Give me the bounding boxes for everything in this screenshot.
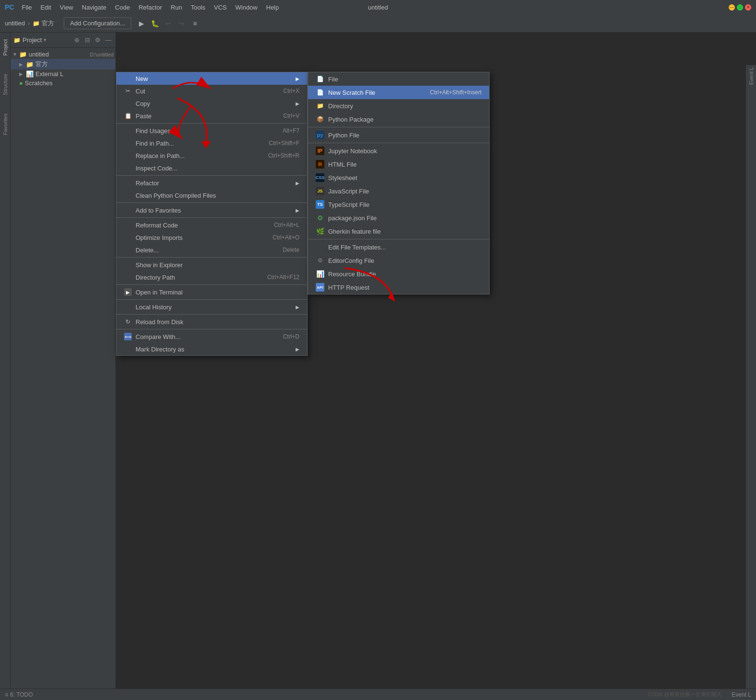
- tab-event-log[interactable]: Event L: [747, 65, 755, 87]
- menu-edit[interactable]: Edit: [36, 3, 55, 12]
- resource-icon: 📊: [316, 270, 324, 278]
- context-menu-item-find-usages[interactable]: Find Usages Alt+F7: [116, 124, 307, 137]
- submenu-item-file[interactable]: 📄 File: [308, 72, 489, 86]
- mark-dir-arrow-icon: ▶: [296, 347, 299, 352]
- build-icon[interactable]: ≡: [190, 18, 200, 29]
- menu-view[interactable]: View: [56, 3, 77, 12]
- find-path-icon: [124, 139, 132, 147]
- step-into-icon[interactable]: ↪: [176, 18, 187, 29]
- context-menu-item-clean-compiled[interactable]: Clean Python Compiled Files: [116, 189, 307, 202]
- separator-7: [116, 299, 307, 300]
- tab-structure[interactable]: Structure: [1, 72, 9, 97]
- submenu-item-gherkin[interactable]: 🌿 Gherkin feature file: [308, 225, 489, 238]
- submenu-item-resource-bundle[interactable]: 📊 Resource Bundle: [308, 267, 489, 281]
- submenu-item-packagejson[interactable]: ⚙ package.json File: [308, 211, 489, 225]
- context-menu-item-show-explorer[interactable]: Show in Explorer: [116, 259, 307, 271]
- context-menu-item-paste[interactable]: 📋 Paste Ctrl+V: [116, 110, 307, 122]
- refactor-icon: [124, 179, 132, 187]
- gherkin-icon: 🌿: [316, 227, 324, 236]
- tab-favorites[interactable]: Favorites: [1, 112, 9, 137]
- reload-icon: ↻: [124, 318, 132, 326]
- context-menu-item-reload[interactable]: ↻ Reload from Disk: [116, 316, 307, 328]
- delete-shortcut: Delete: [283, 247, 299, 253]
- context-menu-item-refactor[interactable]: Refactor ▶: [116, 177, 307, 189]
- optimize-label: Optimize Imports: [136, 234, 269, 241]
- submenu-item-edit-templates[interactable]: Edit File Templates...: [308, 240, 489, 254]
- find-usages-shortcut: Alt+F7: [283, 127, 299, 134]
- context-menu-item-reformat-code[interactable]: Reformat Code Ctrl+Alt+L: [116, 219, 307, 231]
- menu-code[interactable]: Code: [111, 3, 134, 12]
- run-icon[interactable]: ▶: [136, 18, 147, 29]
- step-over-icon[interactable]: ↩: [163, 18, 173, 29]
- typescript-label: TypeScript File: [328, 201, 369, 208]
- paste-label: Paste: [136, 113, 279, 120]
- panel-settings-icon[interactable]: ⚙: [93, 36, 102, 45]
- submenu-item-new-scratch[interactable]: 📄 New Scratch File Ctrl+Alt+Shift+Insert: [308, 86, 489, 99]
- context-menu-item-new[interactable]: New ▶: [116, 72, 307, 85]
- edit-templates-label: Edit File Templates...: [328, 244, 386, 251]
- context-menu: New ▶ ✂ Cut Ctrl+X Copy ▶ 📋 Paste Ctrl+V…: [116, 72, 308, 356]
- submenu-item-html[interactable]: H HTML File: [308, 158, 489, 171]
- tab-project[interactable]: Project: [1, 37, 9, 57]
- tree-item-scratches[interactable]: ● Scratches: [11, 79, 115, 88]
- context-menu-item-copy[interactable]: Copy ▶: [116, 97, 307, 110]
- close-button[interactable]: ✕: [745, 4, 751, 11]
- jupyter-label: Jupyter Notebook: [328, 147, 377, 155]
- breadcrumb-project[interactable]: untitled: [5, 20, 25, 27]
- submenu-item-python-package[interactable]: 📦 Python Package: [308, 113, 489, 126]
- add-configuration-button[interactable]: Add Configuration...: [64, 17, 131, 29]
- submenu-item-javascript[interactable]: JS JavaScript File: [308, 184, 489, 198]
- menu-navigate[interactable]: Navigate: [78, 3, 110, 12]
- context-menu-item-delete[interactable]: Delete... Delete: [116, 244, 307, 256]
- submenu-item-jupyter[interactable]: IP Jupyter Notebook: [308, 144, 489, 158]
- menu-run[interactable]: Run: [167, 3, 186, 12]
- context-menu-item-open-terminal[interactable]: ▶ Open in Terminal: [116, 286, 307, 298]
- context-menu-item-directory-path[interactable]: Directory Path Ctrl+Alt+F12: [116, 271, 307, 283]
- tree-item-guanfang[interactable]: ▶ 📁 官方: [11, 59, 115, 69]
- submenu-item-editorconfig[interactable]: ⚙ EditorConfig File: [308, 254, 489, 267]
- python-file-icon: py: [316, 131, 324, 139]
- panel-locate-icon[interactable]: ⊕: [72, 36, 81, 45]
- tree-item-root[interactable]: ▼ 📁 untitled D:\untitled: [11, 50, 115, 59]
- context-menu-item-mark-directory[interactable]: Mark Directory as ▶: [116, 343, 307, 355]
- menu-tools[interactable]: Tools: [187, 3, 209, 12]
- submenu-item-directory[interactable]: 📁 Directory: [308, 99, 489, 113]
- todo-button[interactable]: ≡ 6: TODO: [5, 691, 33, 698]
- delete-icon: [124, 246, 132, 254]
- menu-help[interactable]: Help: [263, 3, 283, 12]
- context-menu-item-replace-in-path[interactable]: Replace in Path... Ctrl+Shift+R: [116, 149, 307, 162]
- context-menu-item-cut[interactable]: ✂ Cut Ctrl+X: [116, 85, 307, 97]
- project-dropdown-icon[interactable]: ▾: [44, 37, 46, 43]
- minimize-button[interactable]: —: [729, 4, 735, 11]
- submenu-item-http-request[interactable]: API HTTP Request: [308, 281, 489, 294]
- menu-refactor[interactable]: Refactor: [135, 3, 166, 12]
- context-menu-item-local-history[interactable]: Local History ▶: [116, 301, 307, 313]
- event-log-label[interactable]: Event L: [732, 691, 751, 698]
- submenu-item-typescript[interactable]: TS TypeScript File: [308, 198, 489, 211]
- scratch-icon: 📄: [316, 88, 324, 97]
- context-menu-item-add-favorites[interactable]: Add to Favorites ▶: [116, 204, 307, 216]
- reformat-shortcut: Ctrl+Alt+L: [274, 222, 299, 228]
- toolbar-icons: ▶ 🐛 ↩ ↪ ≡: [136, 18, 200, 29]
- menu-window[interactable]: Window: [231, 3, 261, 12]
- submenu-item-python-file[interactable]: py Python File: [308, 128, 489, 142]
- debug-icon[interactable]: 🐛: [149, 18, 160, 29]
- context-menu-item-find-in-path[interactable]: Find in Path... Ctrl+Shift+F: [116, 137, 307, 149]
- history-icon: [124, 303, 132, 311]
- menu-file[interactable]: File: [18, 3, 35, 12]
- separator-6: [116, 284, 307, 285]
- editorconfig-label: EditorConfig File: [328, 257, 374, 264]
- root-folder-icon: 📁: [19, 51, 27, 58]
- menu-vcs[interactable]: VCS: [210, 3, 231, 12]
- panel-collapse-icon[interactable]: ⊟: [83, 36, 92, 45]
- paste-shortcut: Ctrl+V: [283, 113, 299, 119]
- context-menu-item-inspect-code[interactable]: Inspect Code...: [116, 162, 307, 174]
- context-menu-item-optimize-imports[interactable]: Optimize Imports Ctrl+Alt+O: [116, 231, 307, 244]
- panel-folder-icon: 📁: [13, 37, 21, 44]
- maximize-button[interactable]: □: [737, 4, 743, 11]
- submenu-item-stylesheet[interactable]: CSS Stylesheet: [308, 171, 489, 184]
- breadcrumb-folder[interactable]: 官方: [42, 19, 54, 28]
- panel-minimize-icon[interactable]: —: [104, 36, 113, 45]
- tree-item-external[interactable]: ▶ 📊 External L: [11, 69, 115, 79]
- context-menu-item-compare[interactable]: ⟺ Compare With... Ctrl+D: [116, 330, 307, 343]
